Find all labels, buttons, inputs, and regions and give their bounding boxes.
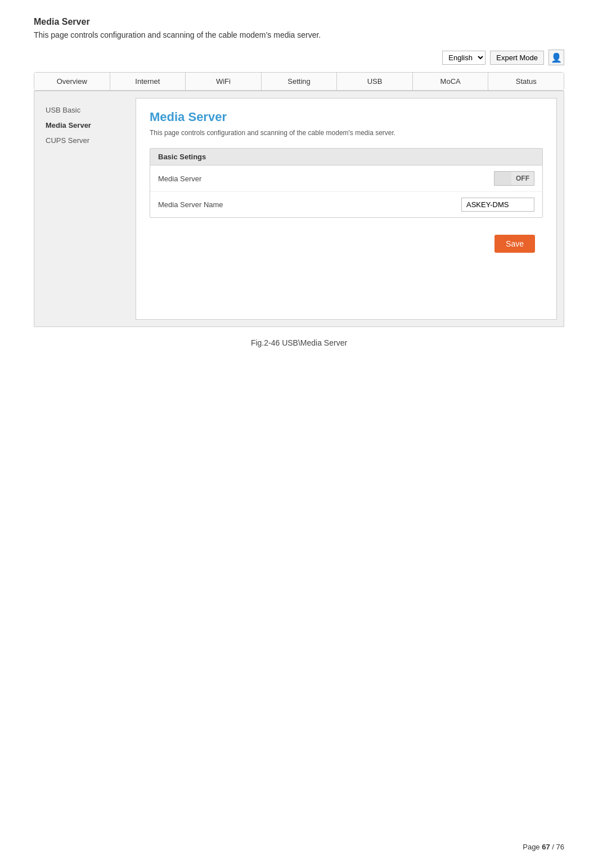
- footer-separator: /: [550, 843, 556, 851]
- nav-tabs: Overview Internet WiFi Setting USB MoCA …: [34, 72, 564, 91]
- user-icon[interactable]: 👤: [548, 50, 564, 65]
- page-footer: Page 67 / 76: [523, 843, 564, 851]
- figure-caption: Fig.2-46 USB\Media Server: [34, 338, 564, 347]
- language-select[interactable]: English: [442, 51, 485, 65]
- media-server-name-label: Media Server Name: [158, 200, 461, 209]
- sidebar-item-cups-server[interactable]: CUPS Server: [40, 133, 130, 148]
- tab-moca[interactable]: MoCA: [413, 73, 489, 90]
- sidebar: USB Basic Media Server CUPS Server: [34, 91, 136, 326]
- toggle-off-indicator: [494, 172, 511, 185]
- settings-header: Basic Setings: [150, 149, 542, 165]
- tab-overview[interactable]: Overview: [34, 73, 110, 90]
- settings-row-media-server-name: Media Server Name: [150, 192, 542, 217]
- tab-wifi[interactable]: WiFi: [186, 73, 262, 90]
- sidebar-item-media-server[interactable]: Media Server: [40, 118, 130, 133]
- top-bar: English Expert Mode 👤: [34, 50, 564, 65]
- toggle-off-label: OFF: [511, 172, 534, 185]
- tab-usb[interactable]: USB: [337, 73, 413, 90]
- tab-setting[interactable]: Setting: [262, 73, 338, 90]
- save-button-row: Save: [150, 229, 543, 253]
- tab-status[interactable]: Status: [488, 73, 564, 90]
- expert-mode-button[interactable]: Expert Mode: [490, 51, 544, 65]
- media-server-toggle[interactable]: OFF: [494, 171, 534, 186]
- footer-total-pages: 76: [556, 843, 564, 851]
- tab-internet[interactable]: Internet: [110, 73, 186, 90]
- main-content: USB Basic Media Server CUPS Server Media…: [34, 91, 564, 327]
- media-server-label: Media Server: [158, 175, 494, 183]
- footer-current-page: 67: [542, 843, 550, 851]
- settings-row-media-server: Media Server OFF: [150, 165, 542, 192]
- footer-text: Page: [523, 843, 542, 851]
- content-description: This page controls configuration and sca…: [150, 129, 543, 137]
- page-subtitle: This page controls configuration and sca…: [34, 30, 564, 39]
- media-server-name-input[interactable]: [461, 198, 534, 212]
- media-server-control: OFF: [494, 171, 534, 186]
- save-button[interactable]: Save: [494, 235, 535, 253]
- settings-section: Basic Setings Media Server OFF Media Ser…: [150, 148, 543, 218]
- sidebar-item-usb-basic[interactable]: USB Basic: [40, 102, 130, 118]
- content-panel: Media Server This page controls configur…: [136, 98, 557, 320]
- content-title: Media Server: [150, 110, 543, 124]
- media-server-name-control: [461, 198, 534, 212]
- page-heading: Media Server: [34, 17, 564, 27]
